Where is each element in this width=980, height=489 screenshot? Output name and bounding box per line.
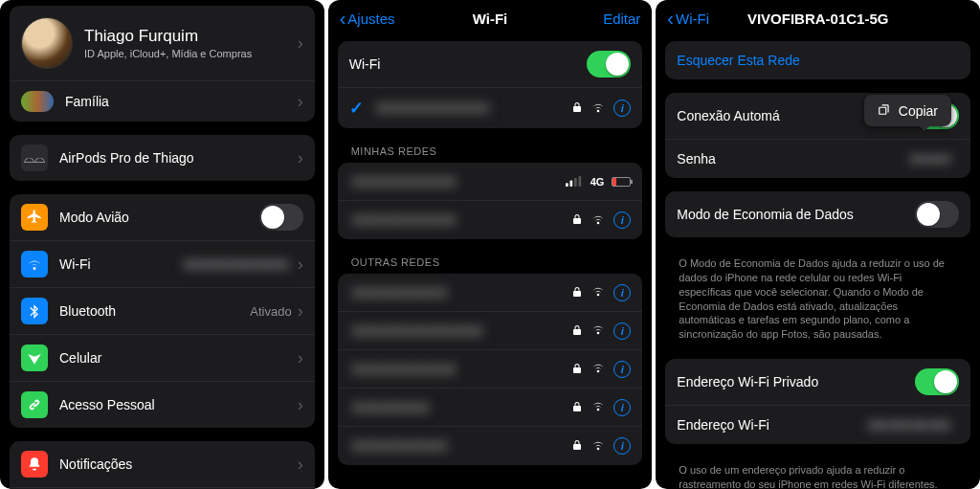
wifi-value: XXXXXXXXXXXX	[181, 257, 292, 272]
wifi-toggle-label: Wi-Fi	[349, 56, 588, 72]
airplane-toggle[interactable]	[259, 204, 303, 231]
back-label: Wi-Fi	[676, 11, 709, 27]
password-row[interactable]: Senha ••••••••	[665, 140, 970, 178]
lock-icon	[571, 362, 583, 377]
network-detail-pane: ‹ Wi-Fi VIVOFIBRA-01C1-5G Esquecer Esta …	[656, 0, 980, 489]
info-button[interactable]: i	[613, 100, 631, 117]
info-button[interactable]: i	[613, 437, 631, 455]
hotspot-label: Acesso Pessoal	[59, 397, 298, 412]
password-value: ••••••••	[907, 152, 953, 167]
wifi-signal-icon	[590, 283, 606, 301]
chevron-right-icon: ›	[298, 348, 303, 368]
wifi-signal-icon	[590, 100, 606, 118]
page-title: Wi-Fi	[473, 11, 508, 27]
wifi-pane: ‹ Ajustes Wi-Fi Editar Wi-Fi ✓ XXXXXXXXX…	[328, 0, 653, 489]
info-button[interactable]: i	[613, 284, 631, 301]
wifi-address-row[interactable]: Endereço Wi-Fi XX:XX:XX:XX	[665, 406, 970, 444]
info-button[interactable]: i	[613, 322, 631, 340]
bluetooth-icon	[21, 298, 48, 324]
airplane-icon	[21, 204, 48, 231]
chevron-right-icon: ›	[298, 455, 303, 475]
bluetooth-row[interactable]: Bluetooth Ativado ›	[10, 288, 315, 335]
lock-icon	[571, 400, 583, 415]
family-row[interactable]: Família ›	[10, 81, 315, 122]
other-network-row[interactable]: XXXXXXXXXX i	[338, 274, 643, 312]
lock-icon	[571, 100, 583, 116]
airpods-label: AirPods Pro de Thiago	[59, 150, 298, 166]
navbar: ‹ Ajustes Wi-Fi Editar	[328, 0, 653, 35]
settings-scroll[interactable]: Thiago Furquim ID Apple, iCloud+, Mídia …	[0, 0, 324, 489]
wifi-signal-icon	[590, 322, 606, 340]
family-avatars-icon	[21, 91, 54, 112]
profile-name: Thiago Furquim	[84, 27, 298, 46]
other-network-row[interactable]: XXXXXXXX i	[338, 389, 643, 427]
bell-icon	[21, 451, 48, 478]
network-ssid: XXXXXXXXXXX	[349, 212, 459, 228]
back-button[interactable]: ‹ Ajustes	[340, 8, 395, 30]
info-button[interactable]: i	[613, 399, 631, 416]
private-address-toggle[interactable]	[915, 368, 959, 395]
lock-icon	[571, 212, 583, 228]
notifications-row[interactable]: Notificações ›	[10, 441, 315, 488]
low-data-row: Modo de Economia de Dados	[665, 191, 970, 237]
info-button[interactable]: i	[613, 361, 631, 378]
network-ssid: XXXXXXXXXXX	[349, 174, 459, 189]
connected-network-row[interactable]: ✓ XXXXXXXXXXXX i	[338, 88, 643, 128]
forget-network-row[interactable]: Esquecer Esta Rede	[665, 41, 970, 79]
wifi-icon	[21, 251, 48, 278]
low-data-label: Modo de Economia de Dados	[677, 207, 915, 222]
hotspot-row[interactable]: Acesso Pessoal ›	[10, 382, 315, 428]
cellular-row[interactable]: Celular ›	[10, 335, 315, 382]
wifi-address-label: Endereço Wi-Fi	[677, 417, 864, 433]
my-network-row[interactable]: XXXXXXXXXXX 4G	[338, 163, 643, 201]
private-address-label: Endereço Wi-Fi Privado	[677, 374, 915, 389]
chevron-right-icon: ›	[298, 395, 303, 415]
airpods-row[interactable]: ⌓⌓ AirPods Pro de Thiago ›	[10, 135, 315, 181]
other-network-row[interactable]: XXXXXXXXXX i	[338, 427, 643, 465]
signal-bars-icon	[566, 174, 583, 189]
wifi-row[interactable]: Wi-Fi XXXXXXXXXXXX ›	[10, 241, 315, 288]
page-title: VIVOFIBRA-01C1-5G	[747, 11, 889, 27]
wifi-signal-icon	[590, 437, 606, 456]
low-data-footer: O Modo de Economia de Dados ajuda a redu…	[665, 251, 970, 345]
info-button[interactable]: i	[613, 211, 631, 229]
network-ssid: XXXXXXXXXX	[349, 285, 450, 300]
detail-scroll[interactable]: Esquecer Esta Rede Copiar Conexão Automá…	[656, 35, 980, 489]
chevron-right-icon: ›	[298, 33, 303, 54]
notifications-label: Notificações	[59, 456, 298, 472]
chevron-left-icon: ‹	[340, 8, 346, 30]
wifi-toggle[interactable]	[587, 51, 631, 78]
chevron-right-icon: ›	[298, 255, 303, 275]
other-network-row[interactable]: XXXXXXXXXXXXXX i	[338, 312, 643, 350]
lock-icon	[571, 323, 583, 339]
copy-icon	[878, 102, 891, 119]
wifi-scroll[interactable]: Wi-Fi ✓ XXXXXXXXXXXX i MINHAS REDES XXXX…	[328, 35, 653, 489]
airpods-icon: ⌓⌓	[21, 144, 48, 171]
battery-low-icon	[612, 177, 631, 187]
password-label: Senha	[677, 151, 906, 167]
low-data-toggle[interactable]	[915, 201, 959, 228]
wifi-signal-icon	[590, 211, 606, 230]
wifi-signal-icon	[590, 398, 606, 416]
chevron-right-icon: ›	[298, 92, 303, 112]
wifi-label: Wi-Fi	[59, 256, 181, 272]
settings-pane: Thiago Furquim ID Apple, iCloud+, Mídia …	[0, 0, 324, 489]
cellular-label: Celular	[59, 350, 298, 366]
checkmark-icon: ✓	[349, 98, 364, 119]
navbar: ‹ Wi-Fi VIVOFIBRA-01C1-5G	[656, 0, 980, 35]
hotspot-icon	[21, 391, 48, 418]
airplane-mode-row[interactable]: Modo Avião	[10, 194, 315, 241]
avatar	[21, 17, 73, 69]
my-network-row[interactable]: XXXXXXXXXXX i	[338, 201, 643, 239]
network-ssid: XXXXXXXXXXXXXX	[349, 323, 486, 339]
bluetooth-value: Ativado	[250, 304, 291, 319]
apple-id-row[interactable]: Thiago Furquim ID Apple, iCloud+, Mídia …	[10, 6, 315, 81]
other-network-row[interactable]: XXXXXXXXXXX i	[338, 350, 643, 389]
cell-4g-badge: 4G	[590, 176, 605, 188]
copy-popover[interactable]: Copiar	[864, 95, 951, 126]
profile-sub: ID Apple, iCloud+, Mídia e Compras	[84, 48, 298, 59]
back-button[interactable]: ‹ Wi-Fi	[667, 8, 709, 30]
private-address-row: Endereço Wi-Fi Privado	[665, 359, 970, 406]
wifi-address-value: XX:XX:XX:XX	[865, 418, 953, 433]
edit-button[interactable]: Editar	[603, 11, 640, 27]
